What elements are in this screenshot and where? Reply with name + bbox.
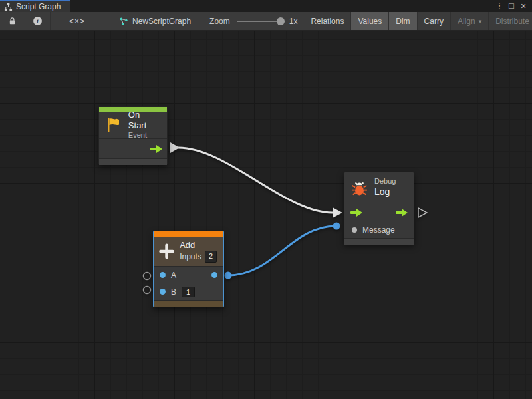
distribute-label: Distribute <box>495 17 529 26</box>
zoom-value: 1x <box>289 17 298 26</box>
zoom-label: Zoom <box>209 17 230 26</box>
bug-icon <box>350 179 368 197</box>
flow-in-port-icon[interactable] <box>350 209 363 217</box>
message-port-label: Message <box>362 225 395 235</box>
add-accent-bar <box>154 231 223 237</box>
debug-log-header[interactable]: Debug Log <box>344 172 414 203</box>
values-button[interactable]: Values <box>351 12 389 30</box>
add-port-row-b: B 1 <box>154 283 223 300</box>
graph-canvas[interactable]: On Start Event <box>0 31 532 399</box>
graph-toolbar: i <×> NewScriptGraph Zoom 1x Relations V <box>0 12 532 31</box>
log-flow-out-indicator-icon[interactable] <box>418 208 427 217</box>
node-debug-log[interactable]: Debug Log Message <box>344 172 414 244</box>
info-icon: i <box>33 17 42 25</box>
add-port-row-a: A <box>154 267 223 283</box>
flow-out-port-icon[interactable] <box>150 145 163 153</box>
zoom-control: Zoom 1x <box>209 12 297 30</box>
port-b-label: B <box>171 287 176 297</box>
wire-flow-onstart-to-log[interactable] <box>178 148 332 213</box>
code-icon: <×> <box>69 17 85 26</box>
onstart-flow-out-connector-icon[interactable] <box>170 142 180 153</box>
node-on-start[interactable]: On Start Event <box>98 106 168 165</box>
lock-button[interactable] <box>0 12 25 30</box>
zoom-slider[interactable] <box>237 12 285 31</box>
add-inputs-label: Inputs <box>180 252 201 262</box>
add-inputs-count-field[interactable]: 2 <box>205 251 217 263</box>
port-b-value-field[interactable]: 1 <box>182 287 195 297</box>
tab-title: Script Graph <box>16 2 61 11</box>
port-a-in[interactable] <box>160 272 166 278</box>
lock-icon <box>8 17 17 25</box>
script-graph-asset-icon <box>119 17 128 26</box>
align-button[interactable]: Align ▾ <box>451 12 489 30</box>
chevron-down-icon: ▾ <box>479 18 482 25</box>
port-a-label: A <box>171 271 176 280</box>
add-header[interactable]: Add Inputs 2 <box>154 237 223 266</box>
debug-log-surtitle: Debug <box>374 177 396 186</box>
flow-out-port-icon[interactable] <box>395 209 408 217</box>
debug-log-flow-row <box>344 203 414 222</box>
add-port-b-indicator-icon[interactable] <box>144 287 151 294</box>
carry-button[interactable]: Carry <box>418 12 451 30</box>
add-port-a-indicator-icon[interactable] <box>144 273 151 280</box>
relations-button[interactable]: Relations <box>304 12 351 30</box>
on-start-subtitle: Event <box>128 131 160 140</box>
log-message-in-connector-icon[interactable] <box>333 223 340 230</box>
add-inputs-line: Inputs 2 <box>180 251 217 263</box>
on-start-flow-row <box>99 139 167 158</box>
port-b-in[interactable] <box>160 289 166 295</box>
zoom-slider-handle[interactable] <box>277 17 285 25</box>
inspect-button[interactable]: i <box>25 12 51 30</box>
on-start-titles: On Start Event <box>128 110 160 140</box>
dim-button[interactable]: Dim <box>389 12 417 30</box>
wire-flow-arrowhead-icon <box>332 207 342 218</box>
flag-icon <box>105 116 122 134</box>
graph-asset-button[interactable]: NewScriptGraph <box>112 12 198 30</box>
wires-layer <box>0 31 532 399</box>
plus-icon <box>159 241 174 261</box>
on-start-title: On Start <box>128 110 160 132</box>
on-start-footer <box>99 159 167 165</box>
on-start-header[interactable]: On Start Event <box>99 112 167 138</box>
debug-log-message-row: Message <box>344 222 414 238</box>
debug-log-titles: Debug Log <box>374 177 396 198</box>
graph-tab-icon <box>4 3 13 11</box>
add-titles: Add Inputs 2 <box>180 240 217 263</box>
window-menu-icon[interactable]: ⋮ <box>493 0 505 12</box>
window-titlebar: Script Graph ⋮ □ × <box>0 0 532 12</box>
toolbar-right-group: Relations Values Dim Carry Align ▾ Distr… <box>304 12 532 30</box>
titlebar-spacer <box>70 0 493 12</box>
add-title: Add <box>180 240 217 251</box>
sum-out-port[interactable] <box>211 272 217 278</box>
edit-code-button[interactable]: <×> <box>51 12 104 30</box>
tab-script-graph[interactable]: Script Graph <box>0 0 70 12</box>
align-label: Align <box>458 17 475 26</box>
node-add[interactable]: Add Inputs 2 A B 1 <box>153 231 224 307</box>
debug-log-footer <box>344 239 414 245</box>
graph-name-label: NewScriptGraph <box>132 17 191 26</box>
window-close-icon[interactable]: × <box>517 0 529 12</box>
add-sum-out-connector-icon[interactable] <box>225 272 232 279</box>
window-maximize-icon[interactable]: □ <box>505 0 517 12</box>
script-graph-window: Script Graph ⋮ □ × i <×> NewScrip <box>0 0 532 399</box>
debug-log-title: Log <box>374 186 396 198</box>
wire-value-add-to-log[interactable] <box>228 226 336 275</box>
add-footer <box>154 301 223 307</box>
message-in-port[interactable] <box>352 227 357 233</box>
distribute-button[interactable]: Distribute ▾ <box>489 12 532 30</box>
